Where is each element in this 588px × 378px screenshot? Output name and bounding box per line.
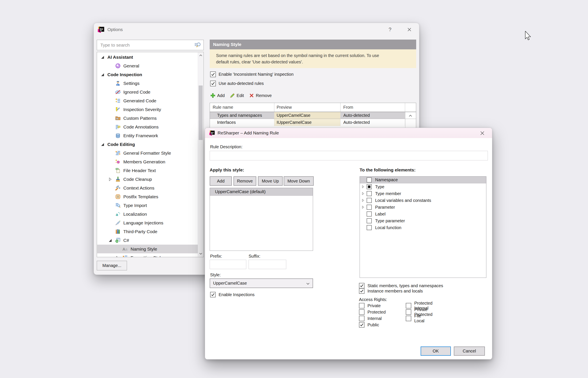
file-local-checkbox[interactable] (406, 316, 411, 321)
table-row-types-and-namespaces[interactable]: Types and namespacesUpperCamelCaseAuto-d… (210, 112, 416, 119)
element-checkbox[interactable] (367, 211, 372, 216)
sidebar-item-localization[interactable]: aLocalization (97, 210, 198, 218)
sidebar-item-code-editing[interactable]: Code Editing (97, 140, 198, 149)
element-checkbox[interactable] (367, 177, 372, 183)
add-rule-button[interactable]: Add (210, 93, 225, 98)
resharper-logo-icon: R# (97, 26, 105, 33)
sidebar-item-code-inspection[interactable]: Code Inspection (97, 70, 198, 79)
style-list-item[interactable]: UpperCamelCase (default) (210, 188, 313, 196)
sidebar-item-file-header-text[interactable]: File Header Text (97, 166, 198, 175)
sidebar-item-custom-patterns[interactable]: Custom Patterns (97, 114, 198, 122)
private-protected-checkbox[interactable] (406, 309, 411, 315)
move-up-style-button[interactable]: Move Up (258, 176, 283, 186)
sidebar-item-members-generation[interactable]: Members Generation (97, 157, 198, 166)
expander-spacer (108, 203, 115, 208)
manage-button[interactable]: Manage... (97, 261, 127, 270)
element-checkbox[interactable] (367, 225, 372, 230)
style-label: Style: (210, 272, 221, 277)
style-dropdown[interactable]: UpperCamelCase (210, 278, 313, 288)
search-input[interactable] (97, 42, 194, 48)
ok-button[interactable]: OK (421, 347, 451, 356)
table-row-interfaces[interactable]: InterfacesIUpperCamelCaseAuto-detected (210, 119, 416, 126)
tree-collapsed-icon[interactable] (361, 205, 367, 209)
scroll-down-icon[interactable] (199, 252, 203, 256)
tree-collapsed-icon[interactable] (361, 192, 367, 195)
sidebar-item-ai-assistant[interactable]: AI Assistant (97, 53, 198, 61)
tree-collapsed-icon[interactable] (361, 185, 367, 189)
element-checkbox[interactable] (367, 205, 372, 210)
sidebar-item-generated-code[interactable]: Generated Code (97, 96, 198, 105)
sidebar-item-naming-style[interactable]: AaNaming Style (97, 245, 198, 253)
instance-members-checkbox[interactable] (359, 288, 365, 294)
use-auto-detected-rules-checkbox[interactable] (210, 81, 216, 86)
element-item-parameter[interactable]: Parameter (360, 204, 486, 211)
remove-style-button[interactable]: Remove (234, 176, 256, 186)
static-members-row: Static members, types and namespaces (359, 283, 443, 289)
close-dialog-button[interactable] (477, 129, 488, 138)
element-item-type-member[interactable]: Type member (360, 190, 486, 197)
element-item-local-variables-and-constants[interactable]: Local variables and constants (360, 197, 486, 204)
scroll-up-icon[interactable] (199, 54, 203, 57)
suffix-input[interactable] (248, 260, 286, 269)
sidebar-item-context-actions[interactable]: Context Actions (97, 184, 198, 192)
prefix-input[interactable] (210, 260, 246, 269)
tree-collapsed-icon[interactable] (108, 177, 115, 182)
sidebar-item-general-formatter-style[interactable]: General Formatter Style (97, 149, 198, 157)
tree-expanded-icon[interactable] (108, 238, 115, 243)
element-item-type[interactable]: Type (360, 183, 486, 190)
element-checkbox[interactable] (367, 184, 372, 189)
svg-text:a: a (125, 247, 127, 251)
sidebar-item-language-injections[interactable]: Language Injections (97, 218, 198, 227)
enable-inconsistent-naming-checkbox[interactable] (210, 71, 216, 77)
move-down-style-button[interactable]: Move Down (284, 176, 314, 186)
sidebar-item-entity-framework[interactable]: Entity Framework (97, 131, 198, 140)
sidebar-item-ignored-code[interactable]: Ignored Code (97, 88, 198, 96)
scrollbar-thumb[interactable] (199, 85, 203, 140)
protected-checkbox[interactable] (359, 309, 365, 315)
column-header-from[interactable]: From (340, 103, 405, 112)
element-item-namespace[interactable]: Namespace (360, 176, 486, 183)
tree-collapsed-icon[interactable] (361, 199, 367, 202)
internal-checkbox[interactable] (359, 316, 365, 321)
protected-internal-checkbox[interactable] (406, 303, 411, 309)
element-checkbox[interactable] (367, 191, 372, 196)
sidebar-item-general[interactable]: General (97, 61, 198, 70)
sidebar-item-postfix-templates[interactable]: Postfix Templates (97, 192, 198, 201)
column-header-rule-name[interactable]: Rule name (210, 103, 274, 112)
enable-inspections-checkbox[interactable] (210, 292, 216, 297)
sidebar-item-code-cleanup[interactable]: Code Cleanup (97, 175, 198, 184)
remove-rule-button[interactable]: Remove (249, 93, 272, 98)
element-label: Type member (375, 191, 401, 196)
rule-description-input[interactable] (210, 151, 488, 160)
element-checkbox[interactable] (367, 218, 372, 223)
element-checkbox[interactable] (367, 198, 372, 203)
sidebar-item-label: Formatting Style (131, 255, 163, 257)
element-item-type-parameter[interactable]: Type parameter (360, 217, 486, 224)
static-members-checkbox[interactable] (359, 283, 365, 288)
sidebar-item-label: Context Actions (123, 186, 154, 190)
scroll-up-icon[interactable] (408, 114, 413, 118)
chevron-down-icon (306, 282, 310, 286)
edit-rule-button[interactable]: Edit (230, 93, 244, 98)
element-item-label[interactable]: Label (360, 211, 486, 217)
expander-spacer (108, 98, 115, 103)
tree-collapsed-icon[interactable] (115, 255, 122, 257)
element-item-local-function[interactable]: Local function (360, 224, 486, 231)
column-header-preview[interactable]: Preview (274, 103, 341, 112)
cancel-button[interactable]: Cancel (454, 347, 485, 356)
add-style-button[interactable]: Add (210, 176, 232, 186)
expander-spacer (108, 186, 115, 190)
sidebar-item-formatting-style[interactable]: Formatting Style (97, 253, 198, 257)
sidebar-item-type-import[interactable]: Type Import (97, 201, 198, 210)
sidebar-item-third-party-code[interactable]: Third-Party Code (97, 227, 198, 236)
sidebar-item-c[interactable]: C#C# (97, 236, 198, 245)
sidebar-item-code-annotations[interactable]: Code Annotations (97, 122, 198, 131)
public-checkbox[interactable] (359, 322, 365, 328)
tree-expanded-icon[interactable] (100, 72, 107, 77)
sidebar-item-inspection-severity[interactable]: Inspection Severity (97, 105, 198, 114)
tree-expanded-icon[interactable] (100, 142, 107, 147)
tree-scrollbar[interactable] (198, 52, 203, 257)
sidebar-item-settings[interactable]: Settings (97, 79, 198, 88)
tree-expanded-icon[interactable] (100, 55, 107, 60)
private-checkbox[interactable] (359, 303, 365, 309)
